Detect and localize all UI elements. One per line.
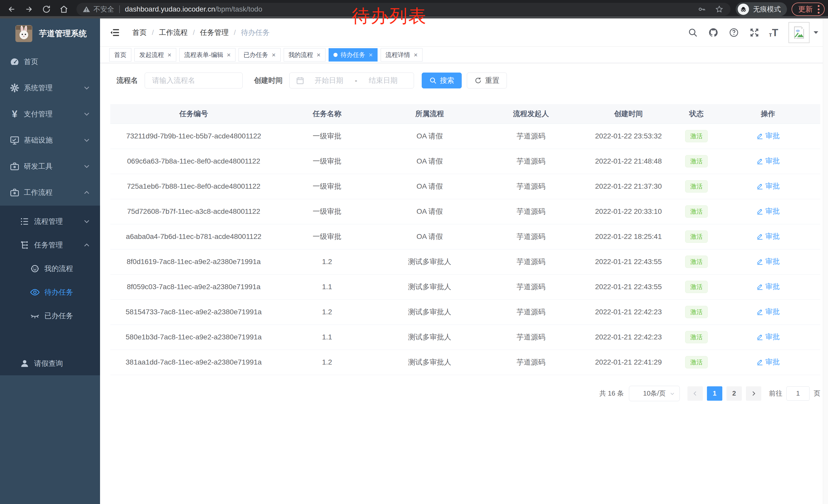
sidebar-item-label: 我的流程 (44, 264, 73, 274)
tab-item[interactable]: 首页 (109, 48, 131, 61)
breadcrumb-workflow[interactable]: 工作流程 (159, 28, 188, 37)
key-icon[interactable] (697, 4, 707, 14)
edit-icon (756, 283, 763, 290)
sidebar-item-infrastructure[interactable]: 基础设施 (0, 127, 100, 153)
search-button[interactable]: 搜索 (422, 73, 462, 88)
cell-task-name: 一级审批 (277, 199, 377, 224)
date-range-picker[interactable]: 开始日期 - 结束日期 (289, 73, 414, 88)
prev-page-button[interactable] (688, 386, 703, 401)
goto-page-input[interactable] (786, 386, 810, 401)
table-row: 580e1b3d-7ac8-11ec-a9e2-a2380e71991a1.1测… (110, 325, 820, 350)
sidebar-item-my-process[interactable]: 我的流程 (0, 257, 100, 280)
sidebar-item-todo-tasks[interactable]: 待办任务 (0, 280, 100, 304)
chevron-left-icon (692, 390, 699, 397)
edit-icon (756, 308, 763, 315)
insecure-warning[interactable]: 不安全 (83, 5, 114, 14)
back-icon[interactable] (6, 3, 17, 15)
tab-label: 已办任务 (243, 51, 268, 59)
approve-link[interactable]: 审批 (756, 282, 780, 291)
star-icon[interactable] (714, 4, 724, 14)
page-scrollbar[interactable] (823, 18, 828, 504)
tab-item[interactable]: 已办任务× (239, 48, 280, 61)
status-badge: 激活 (685, 155, 708, 168)
app-logo-row[interactable]: 芋道管理系统 (0, 18, 100, 49)
approve-link[interactable]: 审批 (756, 257, 780, 266)
page-size-select[interactable]: 10条/页 (629, 386, 680, 401)
approve-link[interactable]: 审批 (756, 181, 780, 191)
next-page-button[interactable] (746, 386, 761, 401)
breadcrumb-home[interactable]: 首页 (132, 28, 147, 37)
forward-icon[interactable] (23, 3, 35, 15)
monitor-icon (9, 134, 20, 146)
page-number-button[interactable]: 1 (707, 386, 722, 401)
approve-link[interactable]: 审批 (756, 207, 780, 216)
approve-link[interactable]: 审批 (756, 332, 780, 342)
fullscreen-icon[interactable] (748, 27, 760, 39)
incognito-icon (738, 4, 749, 15)
cell-create-time: 2022-01-21 22:43:55 (580, 249, 677, 274)
approve-link[interactable]: 审批 (756, 357, 780, 367)
chevron-down-icon (83, 137, 90, 144)
github-icon[interactable] (707, 27, 719, 39)
close-icon[interactable]: × (227, 51, 231, 58)
sidebar-item-process-mgmt[interactable]: 流程管理 (0, 210, 100, 233)
close-icon[interactable]: × (414, 51, 418, 58)
approve-link[interactable]: 审批 (756, 156, 780, 166)
caret-down-icon[interactable] (813, 31, 819, 34)
close-icon[interactable]: × (369, 51, 373, 58)
sidebar-item-workflow[interactable]: 工作流程 (0, 179, 100, 205)
breadcrumb-task-mgmt[interactable]: 任务管理 (200, 28, 229, 37)
status-badge: 激活 (685, 356, 708, 368)
tags-view-bar: 首页发起流程×流程表单-编辑×已办任务×我的流程×待办任务×流程详情× (100, 47, 828, 63)
app-title: 芋道管理系统 (39, 28, 87, 39)
edit-icon (756, 333, 763, 340)
sidebar-item-task-mgmt[interactable]: 任务管理 (0, 233, 100, 257)
sidebar-item-done-tasks[interactable]: 已办任务 (0, 304, 100, 328)
sidebar-item-system[interactable]: 系统管理 (0, 75, 100, 101)
process-name-input[interactable] (145, 73, 243, 88)
table-row: 8f059c03-7ac8-11ec-a9e2-a2380e71991a1.1测… (110, 274, 820, 300)
sidebar-item-payment[interactable]: ¥ 支付管理 (0, 101, 100, 127)
close-icon[interactable]: × (317, 51, 321, 58)
tab-item[interactable]: 待办任务× (329, 48, 378, 61)
edit-icon (756, 233, 763, 240)
close-icon[interactable]: × (167, 51, 171, 58)
approve-link[interactable]: 审批 (756, 307, 780, 317)
cell-starter: 芋道源码 (482, 174, 580, 199)
edit-icon (756, 358, 763, 366)
home-icon[interactable] (58, 3, 70, 15)
sidebar-item-leave-query[interactable]: 请假查询 (0, 352, 100, 375)
end-date-placeholder[interactable]: 结束日期 (359, 76, 408, 85)
search-icon[interactable] (687, 27, 699, 39)
page-number-button[interactable]: 2 (727, 386, 742, 401)
cell-task-id: 069c6a63-7b8a-11ec-8ef0-acde48001122 (110, 149, 277, 174)
cell-task-name: 1.1 (277, 274, 377, 300)
approve-link[interactable]: 审批 (756, 131, 780, 141)
tab-item[interactable]: 发起流程× (134, 48, 176, 61)
help-icon[interactable] (728, 27, 740, 39)
update-button[interactable]: 更新 (792, 3, 825, 16)
cell-starter: 芋道源码 (482, 149, 580, 174)
kebab-menu-icon[interactable] (818, 5, 820, 13)
cell-starter: 芋道源码 (482, 274, 580, 300)
avatar[interactable] (788, 22, 810, 43)
cell-starter: 芋道源码 (482, 300, 580, 325)
tab-item[interactable]: 我的流程× (284, 48, 326, 61)
tab-item[interactable]: 流程表单-编辑× (179, 48, 236, 61)
tab-item[interactable]: 流程详情× (381, 48, 422, 61)
close-icon[interactable]: × (272, 51, 276, 58)
reset-button[interactable]: 重置 (467, 73, 507, 88)
start-date-placeholder[interactable]: 开始日期 (304, 76, 353, 85)
col-starter: 流程发起人 (482, 104, 580, 124)
sidebar-item-home[interactable]: 首页 (0, 49, 100, 75)
hamburger-icon[interactable] (109, 27, 121, 38)
page-unit-label: 页 (814, 389, 820, 398)
url-text[interactable]: dashboard.yudao.iocoder.cn/bpm/task/todo (125, 5, 262, 13)
cell-starter: 芋道源码 (482, 325, 580, 350)
approve-link[interactable]: 审批 (756, 231, 780, 241)
reload-icon[interactable] (41, 3, 52, 15)
font-size-icon[interactable]: тT (769, 28, 778, 38)
sidebar-item-dev-tools[interactable]: 研发工具 (0, 153, 100, 179)
cell-process: OA 请假 (377, 174, 482, 199)
sidebar: 芋道管理系统 首页 系统管理 ¥ 支付管理 基础设施 (0, 18, 100, 504)
